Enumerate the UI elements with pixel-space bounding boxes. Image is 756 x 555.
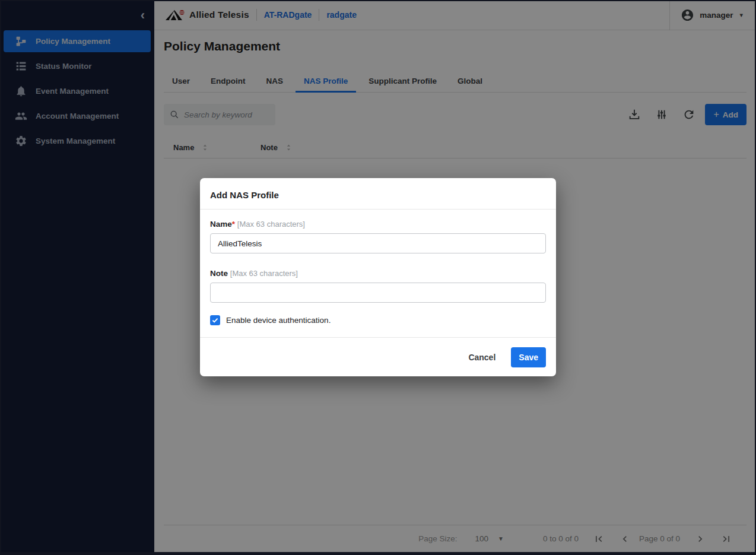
note-field-label: Note [Max 63 characters]	[210, 269, 546, 278]
enable-device-auth-label: Enable device authentication.	[226, 316, 331, 325]
dialog-header: Add NAS Profile	[200, 178, 556, 210]
enable-device-auth-row: Enable device authentication.	[210, 315, 546, 325]
cancel-button[interactable]: Cancel	[468, 353, 495, 362]
enable-device-auth-checkbox[interactable]	[210, 315, 220, 325]
name-input[interactable]	[210, 233, 546, 253]
note-field-hint: [Max 63 characters]	[230, 269, 298, 278]
checkmark-icon	[211, 316, 219, 324]
add-nas-profile-dialog: Add NAS Profile Name* [Max 63 characters…	[200, 178, 556, 376]
name-field-label: Name* [Max 63 characters]	[210, 220, 546, 229]
dialog-body: Name* [Max 63 characters] Note [Max 63 c…	[200, 220, 556, 337]
dialog-title: Add NAS Profile	[210, 190, 546, 200]
note-input[interactable]	[210, 283, 546, 303]
save-button[interactable]: Save	[511, 347, 546, 367]
name-field-hint: [Max 63 characters]	[237, 220, 305, 229]
required-asterisk: *	[232, 220, 235, 229]
dialog-footer: Cancel Save	[200, 337, 556, 376]
